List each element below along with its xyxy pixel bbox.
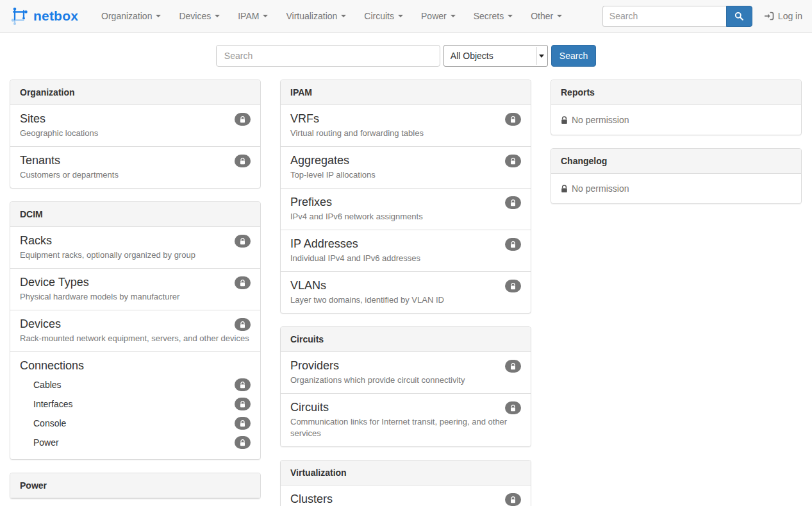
list-item-racks[interactable]: Racks Equipment racks, optionally organi… (10, 227, 260, 269)
item-subtitle: Equipment racks, optionally organized by… (20, 249, 251, 261)
list-item-vlans[interactable]: VLANs Layer two domains, identified by V… (281, 272, 531, 313)
item-title[interactable]: Tenants (20, 154, 251, 167)
nav-item-organization[interactable]: Organization (92, 1, 170, 31)
no-permission-message: No permission (551, 105, 801, 135)
nav-item-virtualization[interactable]: Virtualization (277, 1, 355, 31)
object-type-select[interactable]: All Objects (443, 45, 548, 67)
object-type-selected: All Objects (451, 51, 493, 61)
no-permission-message: No permission (551, 174, 801, 203)
lock-badge (505, 113, 521, 126)
nav-item-other[interactable]: Other (522, 1, 571, 31)
item-title[interactable]: Prefixes (290, 196, 521, 209)
global-search-button[interactable]: Search (551, 45, 596, 67)
column-left: Organization Sites Geographic locations … (10, 80, 261, 506)
panel-title: Reports (551, 80, 801, 105)
nav-item-power[interactable]: Power (412, 1, 465, 31)
lock-badge (505, 401, 521, 414)
navbar-search-button[interactable] (726, 6, 752, 27)
login-link[interactable]: Log in (764, 11, 802, 21)
item-title[interactable]: VLANs (290, 279, 521, 292)
chevron-down-icon (508, 15, 513, 17)
navbar-right: Log in (602, 6, 802, 27)
item-title[interactable]: IP Addresses (290, 237, 521, 251)
lock-badge (235, 398, 251, 410)
sublist-item-power[interactable]: Power (20, 433, 251, 452)
item-subtitle: Layer two domains, identified by VLAN ID (290, 294, 521, 306)
item-title[interactable]: Aggregates (290, 154, 521, 167)
lock-badge (235, 318, 251, 331)
content: Organization Sites Geographic locations … (0, 80, 812, 506)
magnifier-icon (734, 12, 743, 21)
brand-name: netbox (33, 8, 78, 24)
panel-title: DCIM (10, 202, 260, 227)
item-title[interactable]: Providers (290, 359, 521, 373)
panel-title: IPAM (281, 80, 531, 105)
list-item-sites[interactable]: Sites Geographic locations (10, 105, 260, 147)
item-subtitle: Geographic locations (20, 128, 251, 139)
item-title[interactable]: Device Types (20, 276, 251, 289)
panel-title: Circuits (281, 327, 531, 352)
list-item-prefixes[interactable]: Prefixes IPv4 and IPv6 network assignmen… (281, 189, 531, 230)
sublist-item-interfaces[interactable]: Interfaces (20, 394, 251, 414)
lock-badge (235, 276, 251, 289)
list-item-vrfs[interactable]: VRFs Virtual routing and forwarding tabl… (281, 105, 531, 147)
sublist-item-console[interactable]: Console (20, 414, 251, 433)
brand-link[interactable]: netbox (10, 6, 78, 26)
item-title[interactable]: Sites (20, 112, 251, 126)
panel-power: Power (10, 473, 261, 499)
main-menu: Organization Devices IPAM Virtualization… (92, 0, 571, 32)
lock-badge (505, 493, 521, 506)
sign-in-icon (764, 12, 774, 21)
column-middle: IPAM VRFs Virtual routing and forwarding… (280, 80, 531, 506)
panel-ipam: IPAM VRFs Virtual routing and forwarding… (280, 80, 531, 314)
nav-item-ipam[interactable]: IPAM (229, 1, 277, 31)
list-item-devices[interactable]: Devices Rack-mounted network equipment, … (10, 310, 260, 352)
list-item-device-types[interactable]: Device Types Physical hardware models by… (10, 269, 260, 310)
panel-title: Changelog (551, 149, 801, 174)
item-subtitle: Virtual routing and forwarding tables (290, 128, 521, 139)
nav-item-secrets[interactable]: Secrets (465, 1, 522, 31)
panel-title: Power (10, 473, 260, 498)
chevron-down-icon (263, 15, 268, 17)
list-item-providers[interactable]: Providers Organizations which provide ci… (281, 352, 531, 394)
navbar-search-input[interactable] (602, 6, 726, 27)
item-title[interactable]: Devices (20, 317, 251, 331)
lock-icon (561, 116, 568, 124)
item-subtitle: Communication links for Internet transit… (290, 416, 521, 439)
column-right: Reports No permission Changelog No permi… (551, 80, 802, 217)
item-subtitle: IPv4 and IPv6 network assignments (290, 211, 521, 223)
item-title[interactable]: Racks (20, 234, 251, 248)
item-subtitle: Customers or departments (20, 169, 251, 181)
item-title[interactable]: Circuits (290, 401, 521, 414)
list-item-aggregates[interactable]: Aggregates Top-level IP allocations (281, 147, 531, 189)
lock-badge (505, 155, 521, 167)
netbox-logo-icon (10, 6, 29, 26)
panel-organization: Organization Sites Geographic locations … (10, 80, 261, 189)
list-item-circuits[interactable]: Circuits Communication links for Interne… (281, 394, 531, 446)
chevron-down-icon (451, 15, 456, 17)
panel-virtualization: Virtualization Clusters (280, 460, 531, 506)
list-item-tenants[interactable]: Tenants Customers or departments (10, 147, 260, 188)
chevron-down-icon (215, 15, 220, 17)
lock-badge (505, 360, 521, 373)
panel-reports: Reports No permission (551, 80, 802, 135)
lock-icon (561, 185, 568, 193)
panel-changelog: Changelog No permission (551, 148, 802, 204)
chevron-down-icon (539, 55, 544, 58)
list-item-ip-addresses[interactable]: IP Addresses Individual IPv4 and IPv6 ad… (281, 230, 531, 272)
lock-badge (235, 436, 251, 449)
item-subtitle: Individual IPv4 and IPv6 addresses (290, 253, 521, 264)
nav-item-circuits[interactable]: Circuits (355, 1, 412, 31)
item-subtitle: Physical hardware models by manufacturer (20, 291, 251, 303)
lock-badge (505, 238, 521, 251)
navbar: netbox Organization Devices IPAM Virtual… (0, 0, 812, 33)
global-search-input[interactable] (216, 45, 440, 67)
nav-item-devices[interactable]: Devices (170, 1, 229, 31)
navbar-search-form (602, 6, 752, 27)
item-title[interactable]: Clusters (290, 493, 521, 506)
sublist-item-cables[interactable]: Cables (20, 375, 251, 394)
list-item-clusters[interactable]: Clusters (281, 485, 531, 506)
lock-badge (505, 196, 521, 209)
item-title[interactable]: VRFs (290, 112, 521, 126)
global-search-bar: All Objects Search (0, 45, 812, 67)
